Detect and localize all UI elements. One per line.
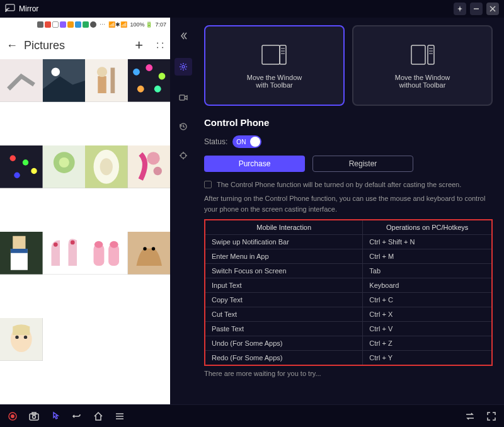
hotkey-action: Switch Focus on Screen (205, 264, 363, 278)
status-icon (83, 21, 89, 28)
photo-thumb[interactable] (85, 145, 128, 188)
close-button[interactable] (486, 3, 499, 15)
hotkey-action: Enter Menu in App (205, 249, 363, 264)
phone-status-bar: ⋯ 📶✱📶 100% 🔋 7:07 (0, 18, 170, 31)
status-icon (52, 21, 59, 28)
photo-thumb[interactable] (128, 232, 171, 275)
svg-point-37 (70, 241, 74, 245)
svg-point-6 (51, 68, 60, 77)
status-toggle[interactable]: ON (232, 135, 261, 148)
window-option-without-toolbar[interactable]: Move the Windowwithout Toolbar (352, 25, 493, 106)
table-header: Mobile Interaction (205, 220, 363, 235)
svg-point-53 (181, 153, 186, 158)
history-icon[interactable] (176, 120, 190, 134)
svg-point-41 (94, 241, 103, 248)
cast-icon (5, 4, 15, 14)
svg-point-19 (23, 159, 28, 165)
swap-button[interactable] (464, 410, 476, 423)
photo-thumb[interactable] (0, 232, 43, 275)
pointer-button[interactable] (49, 410, 62, 423)
photo-thumb[interactable] (43, 145, 86, 188)
svg-point-13 (146, 64, 152, 71)
svg-point-24 (59, 157, 69, 168)
table-row: Enter Menu in AppCtrl + M (205, 249, 492, 264)
undo-button[interactable] (71, 410, 83, 423)
table-row: Input TextKeyboard (205, 278, 492, 293)
fullscreen-button[interactable] (485, 410, 498, 423)
side-icon-rail (170, 18, 197, 404)
svg-point-50 (182, 65, 185, 68)
target-icon[interactable] (176, 149, 190, 162)
svg-point-18 (10, 156, 16, 161)
hotkey-action: Redo (For Some Apps) (205, 351, 363, 366)
svg-point-15 (137, 86, 144, 93)
option-label: without Toolbar (399, 81, 446, 89)
purchase-button[interactable]: Purchase (204, 156, 305, 172)
svg-point-71 (33, 415, 36, 418)
svg-point-42 (110, 241, 118, 248)
settings-icon[interactable] (175, 58, 192, 76)
svg-rect-4 (0, 59, 43, 102)
photo-thumb[interactable] (43, 232, 86, 275)
svg-point-21 (31, 168, 37, 174)
svg-point-69 (11, 414, 14, 418)
hotkey-action: Copy Text (205, 293, 363, 307)
section-title: Control Phone (204, 117, 493, 128)
record-icon[interactable] (176, 91, 190, 105)
photo-thumb[interactable] (128, 318, 171, 361)
svg-rect-8 (98, 76, 106, 93)
hotkey-keys: Ctrl + M (363, 249, 492, 264)
settings-panel: Move the Windowwith Toolbar Move the Win… (197, 18, 504, 404)
hotkey-keys: Ctrl + V (363, 322, 492, 336)
svg-point-27 (100, 158, 113, 175)
svg-rect-51 (180, 95, 185, 100)
photo-thumb[interactable] (85, 232, 128, 275)
grid-icon[interactable]: ⸬ (157, 40, 164, 51)
add-icon[interactable]: + (135, 37, 143, 54)
status-icon (37, 21, 43, 28)
photo-thumb[interactable] (0, 145, 43, 188)
window-option-with-toolbar[interactable]: Move the Windowwith Toolbar (204, 25, 345, 106)
photo-thumb[interactable] (128, 145, 171, 188)
photo-thumb[interactable] (128, 59, 171, 102)
photo-gallery[interactable] (0, 59, 170, 404)
hotkey-action: Undo (For Some Apps) (205, 336, 363, 351)
back-icon[interactable]: ← (6, 39, 18, 52)
photo-thumb[interactable] (43, 318, 86, 361)
svg-rect-58 (262, 45, 280, 64)
table-row: Undo (For Some Apps)Ctrl + Z (205, 336, 492, 351)
pin-button[interactable] (454, 3, 466, 15)
screenshot-button[interactable] (28, 410, 40, 423)
hotkey-keys: Keyboard (363, 278, 492, 293)
photo-thumb[interactable] (43, 59, 86, 102)
collapse-icon[interactable] (176, 29, 190, 43)
table-row: Copy TextCtrl + C (205, 293, 492, 307)
time-text: 7:07 (155, 21, 166, 28)
default-on-checkbox[interactable] (204, 181, 212, 188)
photo-thumb[interactable] (85, 59, 128, 102)
svg-rect-38 (85, 232, 128, 275)
info-text: After turning on the Control Phone funct… (204, 193, 493, 214)
svg-point-45 (151, 247, 154, 250)
option-label: with Toolbar (256, 81, 293, 89)
phone-app-header: ← Pictures + ⸬ (0, 31, 170, 59)
record-button[interactable] (6, 410, 19, 423)
photo-thumb[interactable] (0, 318, 43, 361)
status-icon (67, 21, 74, 28)
photo-thumb[interactable] (85, 318, 128, 361)
svg-point-9 (97, 67, 107, 77)
bottom-toolbar (0, 404, 504, 427)
hotkey-keys: Tab (363, 264, 492, 278)
hotkey-table: Mobile Interaction Operations on PC/Hotk… (204, 219, 493, 366)
register-button[interactable]: Register (312, 156, 413, 172)
photo-thumb[interactable] (0, 59, 43, 102)
status-icon (75, 21, 81, 28)
hotkey-action: Input Text (205, 278, 363, 293)
minimize-button[interactable] (470, 3, 483, 15)
titlebar: Mirror (0, 0, 504, 18)
svg-point-14 (158, 73, 165, 80)
menu-button[interactable] (113, 410, 126, 423)
status-icon (45, 21, 51, 28)
home-button[interactable] (92, 410, 105, 423)
table-row: Paste TextCtrl + V (205, 322, 492, 336)
